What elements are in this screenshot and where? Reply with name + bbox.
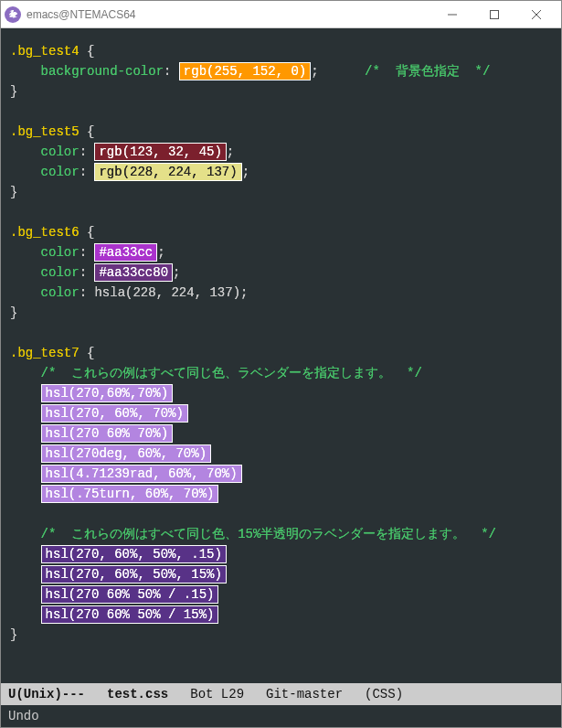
app-icon (5, 6, 21, 23)
color-swatch: #aa33cc (94, 243, 157, 262)
css-comment: /* これらの例はすべて同じ色、ラベンダーを指定します。 */ (41, 366, 422, 380)
maximize-button[interactable] (473, 1, 515, 27)
css-comment: /* これらの例はすべて同じ色、15%半透明のラベンダーを指定します。 */ (41, 527, 496, 541)
titlebar: emacs@NTEMACS64 (1, 1, 561, 28)
css-property: color (41, 165, 80, 179)
color-swatch: hsl(270deg, 60%, 70%) (41, 444, 211, 463)
css-property: color (41, 245, 80, 260)
css-selector: .bg_test7 (10, 346, 80, 360)
color-swatch: rgb(228, 224, 137) (94, 163, 241, 181)
color-swatch: rgb(255, 152, 0) (179, 62, 311, 80)
minibuffer[interactable]: Undo (1, 705, 561, 727)
css-property: background-color (41, 64, 164, 79)
css-selector: .bg_test6 (10, 225, 80, 240)
color-swatch: hsl(270, 60%, 50%, 15%) (41, 565, 227, 583)
modeline-coding: U(Unix)--- (8, 687, 85, 701)
css-property: color (41, 285, 80, 300)
color-swatch: hsl(.75turn, 60%, 70%) (41, 485, 219, 503)
css-property: color (41, 265, 80, 280)
color-swatch: hsl(270, 60%, 50%, .15) (41, 545, 227, 563)
svg-rect-1 (491, 10, 499, 18)
css-selector: .bg_test5 (10, 124, 80, 139)
color-swatch: hsl(270 60% 50% / .15) (41, 585, 219, 604)
color-swatch: hsl(270, 60%, 70%) (41, 404, 188, 423)
modeline-position: Bot L29 (190, 687, 244, 701)
window-title: emacs@NTEMACS64 (27, 8, 431, 21)
window-controls (431, 1, 557, 27)
color-swatch: hsl(270,60%,70%) (41, 384, 173, 402)
css-value: hsla(228, 224, 137); (94, 285, 248, 300)
color-swatch: rgb(123, 32, 45) (94, 143, 226, 161)
modeline-vc: Git-master (266, 687, 343, 701)
color-swatch: hsl(270 60% 70%) (41, 424, 173, 443)
css-property: color (41, 145, 80, 159)
css-comment: /* 背景色指定 */ (365, 64, 490, 79)
color-swatch: hsl(270 60% 50% / 15%) (41, 605, 219, 624)
modeline-mode: (CSS) (365, 687, 403, 701)
color-swatch: hsl(4.71239rad, 60%, 70%) (41, 465, 242, 483)
minibuffer-text: Undo (8, 709, 39, 723)
modeline-filename: test.css (107, 687, 168, 701)
css-selector: .bg_test4 (10, 44, 80, 59)
editor-buffer[interactable]: .bg_test4 { background-color: rgb(255, 1… (1, 28, 561, 683)
modeline[interactable]: U(Unix)--- test.css Bot L29 Git-master (… (1, 683, 561, 705)
close-button[interactable] (515, 1, 557, 27)
minimize-button[interactable] (431, 1, 473, 27)
emacs-window: emacs@NTEMACS64 .bg_test4 { background-c… (0, 0, 562, 728)
color-swatch: #aa33cc80 (94, 263, 173, 282)
